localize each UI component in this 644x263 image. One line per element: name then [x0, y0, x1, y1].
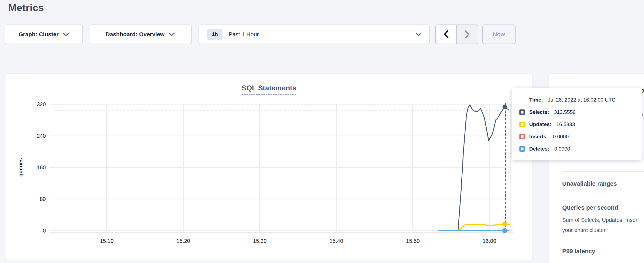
x-tick-label: 16:00 [483, 238, 496, 244]
sidebar-item-description: Sum of Selects, Updates, Inser your enti… [562, 215, 637, 235]
chevron-down-icon [63, 33, 69, 36]
tooltip-series-value: 16.5333 [556, 121, 575, 127]
divider [562, 171, 644, 172]
tooltip-series-label: Selects: [529, 109, 549, 115]
x-tick-label: 15:20 [176, 238, 190, 244]
next-interval-button-disabled[interactable] [457, 25, 478, 44]
x-tick-label: 15:50 [406, 238, 420, 244]
tooltip-series-row: Updates:16.5333 [519, 119, 634, 130]
sidebar-item-unavailable-ranges: Unavailable ranges [562, 180, 617, 187]
chart-card: SQL Statements 08016024032015:1015:2015:… [5, 74, 533, 260]
controls-row: Graph: Cluster Dashboard: Overview 1h Pa… [0, 25, 644, 44]
description-line: Sum of Selects, Updates, Inser [562, 215, 637, 225]
tooltip-time-label: Time: [529, 97, 543, 103]
time-range-badge: 1h [207, 29, 222, 40]
y-tick-label: 320 [37, 101, 46, 107]
x-tick-label: 15:40 [330, 238, 343, 244]
sidebar-item-p99-latency: P99 latency [562, 248, 595, 255]
tooltip-series-label: Deletes: [529, 146, 549, 152]
description-line: your entire cluster. [562, 225, 637, 235]
clipped-link-fragment: i [642, 112, 643, 118]
marked-point-deletes [502, 228, 507, 233]
x-tick-label: 15:30 [253, 238, 267, 244]
sql-statements-chart[interactable]: 08016024032015:1015:2015:3015:4015:5016:… [5, 74, 534, 261]
graph-dropdown[interactable]: Graph: Cluster [5, 25, 83, 44]
series-swatch-icon [519, 122, 525, 127]
sidebar-item-queries-per-second: Queries per second [562, 204, 618, 211]
tooltip-time-value: Jul 28, 2022 at 16:02:00 UTC [548, 97, 615, 103]
y-tick-label: 160 [37, 164, 46, 170]
divider [562, 240, 644, 240]
y-tick-label: 80 [40, 196, 46, 202]
tooltip-series-row: Inserts:0.0000 [519, 131, 634, 142]
divider [562, 196, 644, 196]
series-swatch-icon [519, 134, 525, 139]
chevron-down-icon [416, 33, 422, 36]
dashboard-dropdown[interactable]: Dashboard: Overview [89, 25, 192, 44]
chart-tooltip: Time: Jul 28, 2022 at 16:02:00 UTC Selec… [512, 88, 642, 160]
tooltip-series-row: Deletes:0.0000 [519, 143, 634, 154]
time-step-buttons [435, 25, 478, 44]
chevron-left-icon [444, 30, 449, 38]
tooltip-series-row: Selects:313.5556 [519, 107, 634, 118]
x-tick-label: 15:10 [100, 238, 113, 244]
page-title: Metrics [8, 2, 44, 14]
time-range-selector[interactable]: 1h Past 1 Hour [198, 25, 430, 44]
prev-interval-button[interactable] [436, 25, 457, 44]
marked-point-selects [502, 105, 507, 109]
now-button[interactable]: Now [482, 25, 516, 44]
time-range-label: Past 1 Hour [228, 31, 411, 38]
series-swatch-icon [519, 109, 525, 115]
series-line-updates [458, 224, 509, 231]
tooltip-series-label: Updates: [529, 121, 551, 127]
y-axis-title: queries [18, 158, 23, 177]
graph-dropdown-label: Graph: Cluster [19, 31, 59, 38]
y-tick-label: 0 [43, 228, 46, 234]
tooltip-series-value: 0.0000 [554, 146, 570, 152]
tooltip-time-row: Time: Jul 28, 2022 at 16:02:00 UTC [519, 94, 634, 105]
series-swatch-icon [519, 146, 525, 152]
x-axis-line [50, 232, 513, 233]
dashboard-dropdown-label: Dashboard: Overview [106, 31, 165, 38]
y-tick-label: 240 [37, 133, 46, 139]
chevron-down-icon [169, 33, 175, 36]
tooltip-series-label: Inserts: [529, 134, 548, 140]
tooltip-series-value: 313.5556 [554, 109, 576, 115]
tooltip-series-value: 0.0000 [553, 134, 569, 140]
marked-point-updates [502, 222, 507, 227]
chevron-right-icon [465, 30, 470, 38]
